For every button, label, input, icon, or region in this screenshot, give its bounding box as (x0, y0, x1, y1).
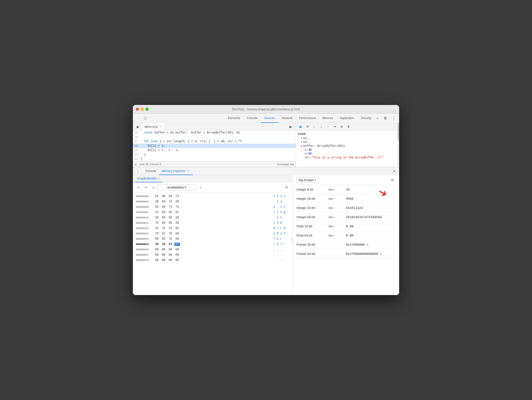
hex-bytes-7: 79 42 75 66 (154, 232, 270, 235)
mem-address-input[interactable] (158, 184, 196, 191)
scope-item-n: n: 60 (298, 152, 396, 156)
hex-char-8-0: f (273, 237, 275, 241)
source-play-icon[interactable]: ▶ (135, 124, 141, 130)
dbg-resume-button[interactable]: ▶ (298, 124, 304, 130)
tab-memory-inspector[interactable]: Memory Inspector ✕ (159, 167, 193, 175)
hex-char-11-0: . (273, 253, 275, 257)
val-value-float64: 0.00 (346, 234, 395, 237)
dbg-step-button[interactable]: ↪ (332, 124, 338, 130)
bottom-menu-icon[interactable]: ⋮ (135, 168, 141, 174)
code-area[interactable]: 15 const buffer = b1.buffer; buffer = Ar… (133, 131, 296, 161)
array-buffer-tab-item[interactable]: ArrayBuffer(60) ✕ (135, 175, 162, 182)
dbg-step-out-button[interactable]: ↑ (325, 124, 331, 130)
dbg-step-into-button[interactable]: ↓ (318, 124, 324, 130)
hex-ascii-4: i n (270, 216, 289, 219)
hex-char-7-1: B (276, 232, 279, 235)
code-line-19: 19 b2[i] = n - i - 1; (133, 148, 296, 152)
hex-bytes-0: 54 68 69 73 (154, 195, 270, 198)
dbg-deactivate-button[interactable]: ⊘ (339, 124, 344, 130)
dbg-step-over-button[interactable]: ↓ (312, 124, 317, 130)
close-button[interactable] (136, 108, 139, 111)
mem-prev-button[interactable]: ‹ (150, 185, 156, 190)
right-scrollbar[interactable] (398, 123, 399, 167)
tab-icons: ⬝ ☐ (135, 115, 148, 121)
hex-byte-6-3: 61 (175, 227, 180, 230)
scope-item-str: str: "This is a string in the ArrayBuffe… (298, 156, 396, 160)
status-cursor: Line 18, Column 5 (139, 163, 161, 166)
tab-memory-inspector-close[interactable]: ✕ (187, 169, 190, 173)
endian-select[interactable]: Big Endian ▾ (296, 177, 318, 183)
val-format-int8[interactable]: dec ▾ (328, 188, 343, 191)
device-icon[interactable]: ☐ (142, 115, 148, 121)
more-menu-icon[interactable]: ⋮ (390, 116, 397, 120)
hex-char-10-2: . (280, 248, 282, 251)
tab-security[interactable]: Security (357, 114, 374, 123)
hex-char-5-1: h (276, 221, 279, 225)
hex-char-9-1: ) (276, 243, 279, 246)
array-buffer-close[interactable]: ✕ (158, 177, 160, 180)
hex-byte-5-1: 68 (161, 221, 166, 225)
hex-char-0-2: i (280, 195, 282, 198)
scope-item-i: i: 40 (298, 148, 396, 152)
mem-next-button[interactable]: › (198, 185, 204, 190)
tab-performance[interactable]: Performance (296, 114, 319, 123)
tab-application[interactable]: Application (336, 114, 357, 123)
value-toolbar: Big Endian ▾ ⚙ (293, 175, 399, 185)
source-file-tab[interactable]: demo-js.js ✕ (143, 123, 165, 131)
line-num-16: 16 (133, 135, 141, 139)
hex-ascii-7: y B u f (270, 232, 289, 235)
tab-console[interactable]: Console (243, 114, 261, 123)
val-format-float64-label: dec (328, 234, 333, 237)
tab-memory[interactable]: Memory (319, 114, 336, 123)
dbg-pause-exceptions-button[interactable]: ⏸ (345, 124, 351, 130)
mem-forward-button[interactable]: ↪ (143, 185, 149, 190)
hex-ascii-11: . . . . (270, 253, 289, 257)
dbg-pause-button[interactable]: ⟳ (305, 124, 311, 130)
val-format-int32-label: dec (328, 206, 333, 210)
ptr64-link[interactable]: ⊙ (380, 252, 382, 256)
mem-refresh-button[interactable]: ↻ (284, 185, 289, 190)
scope-key-b1: b1: (303, 137, 309, 140)
hex-byte-12-2: 00 (168, 259, 173, 262)
hex-row-7: 0000001C 79 42 75 66 y B u (133, 231, 292, 236)
bottom-tab-bar: ⋮ Console Memory Inspector ✕ ✕ (133, 167, 399, 175)
tab-elements[interactable]: Elements (225, 114, 243, 123)
val-format-int32[interactable]: dec ▾ (328, 206, 343, 210)
code-content-18: b1[i] = i; (141, 144, 165, 148)
line-num-21: 21 (133, 157, 141, 161)
hex-ascii-5: t h e (270, 221, 289, 225)
cursor-icon[interactable]: ⬝ (135, 115, 141, 121)
hex-byte-5-3: 20 (175, 221, 180, 225)
maximize-button[interactable] (145, 108, 149, 111)
ptr32-link[interactable]: ⊙ (367, 243, 368, 246)
source-more-icon[interactable]: ▶ (288, 124, 294, 130)
hex-byte-2-0: 61 (154, 205, 160, 209)
hex-bytes-6: 41 72 72 61 (154, 227, 270, 230)
tab-sources[interactable]: Sources (261, 114, 278, 123)
mem-back-button[interactable]: ↩ (136, 185, 142, 190)
val-format-float32[interactable]: dec ▾ (328, 225, 343, 228)
hex-addr-3: 0000000C (136, 211, 154, 214)
hex-addr-1: 00000004 (136, 200, 154, 203)
code-content-15: const buffer = b1.buffer; buffer = Array… (141, 131, 240, 135)
settings-icon[interactable]: ⚙ (382, 116, 388, 120)
val-format-float64[interactable]: dec ▾ (328, 234, 343, 237)
hex-byte-1-1: 69 (161, 200, 166, 203)
bottom-panel: ⋮ Console Memory Inspector ✕ ✕ (133, 167, 399, 295)
hex-char-3-3: g (283, 211, 286, 214)
hex-byte-4-0: 20 (154, 216, 160, 219)
hex-byte-8-1: 65 (161, 237, 166, 241)
hex-char-4-3 (283, 216, 286, 219)
value-settings-button[interactable]: ⚙ (389, 177, 395, 183)
tabs-more-button[interactable]: » (375, 116, 380, 120)
tab-network[interactable]: Network (278, 114, 296, 123)
hex-byte-3-3: 67 (175, 211, 180, 214)
minimize-button[interactable] (141, 108, 144, 111)
bottom-panel-close[interactable]: ✕ (391, 168, 397, 174)
val-format-int64[interactable]: dec ▾ (328, 215, 343, 219)
source-tab-close[interactable]: ✕ (159, 125, 162, 128)
tab-console-bottom[interactable]: Console (143, 167, 159, 175)
val-format-int16[interactable]: dec ▾ (328, 197, 343, 200)
hex-char-5-3 (283, 221, 286, 225)
code-content-19: b2[i] = n - i - 1; (141, 148, 179, 152)
